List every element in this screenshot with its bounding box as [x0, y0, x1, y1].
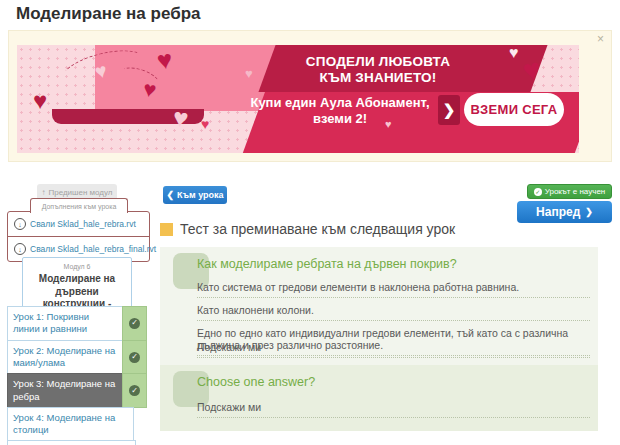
lesson-list: Урок 1: Покривни линии и равнини ✓ Урок … [7, 307, 148, 445]
close-icon[interactable]: × [597, 33, 604, 45]
question-block: Как моделираме ребрата на дървен покрив?… [160, 247, 598, 365]
lesson-completed-cell: ✓ [122, 340, 147, 375]
check-icon: ✓ [129, 318, 140, 329]
learned-button-label: Урокът е научен [545, 187, 606, 196]
heart-icon: ♥ [245, 67, 253, 80]
quiz-bullet-icon [160, 223, 173, 236]
lesson-completed-cell: ✓ [122, 306, 147, 341]
download-icon: ↓ [14, 243, 26, 255]
question-text: Как моделираме ребрата на дървен покрив? [197, 257, 457, 271]
chevron-right-icon: ❯ [438, 95, 460, 125]
banner-headline: СПОДЕЛИ ЛЮБОВТА КЪМ ЗНАНИЕТО! [257, 54, 499, 86]
chevron-right-icon: ❯ [585, 207, 593, 217]
lesson-label[interactable]: Урок 4: Моделиране на столици [7, 407, 134, 442]
question-block: Choose one answer? Подскажи ми [160, 365, 598, 431]
prev-module-label: Предишен модул [48, 188, 112, 197]
back-button-label: Към урока [177, 190, 224, 200]
lesson-row[interactable]: Урок 1: Покривни линии и равнини ✓ [7, 306, 147, 341]
lesson-label[interactable]: Урок 3: Моделиране на ребра [7, 373, 123, 408]
downloads-tab: Допълнения към урока [30, 198, 128, 213]
download-link-row[interactable]: ↓ Свали Sklad_hale_rebra.rvt [8, 212, 149, 237]
lesson-label[interactable]: Урок 1: Покривни линии и равнини [7, 306, 123, 341]
download-link[interactable]: Свали Sklad_hale_rebra.rvt [30, 219, 136, 229]
module-number-label: Модул 6 [27, 263, 127, 270]
heart-icon: ♥ [509, 45, 519, 61]
promo-banner-container: × ♥ ♥ ♥ ♥ ♥ ♥ ♥ ♥ ♥ ♥ СПОДЕЛИ ЛЮБОВТА КЪ… [8, 30, 612, 162]
download-link[interactable]: Свали Sklad_hale_rebra_final.rvt [30, 244, 156, 254]
check-icon: ✓ [129, 352, 140, 363]
lesson-row-partial[interactable] [7, 440, 136, 445]
arrow-up-icon: ↑ [41, 188, 45, 197]
chevron-left-icon: ❮ [166, 190, 174, 200]
promo-banner[interactable]: ♥ ♥ ♥ ♥ ♥ ♥ ♥ ♥ ♥ ♥ СПОДЕЛИ ЛЮБОВТА КЪМ … [17, 45, 579, 153]
next-button-label: Напред [536, 205, 580, 219]
hint-row-wrap: Подскажи ми [197, 395, 590, 418]
hint-row-wrap: Подскажи ми [197, 335, 590, 358]
lesson-label[interactable]: Урок 2: Моделиране на маия/улама [7, 340, 123, 375]
quiz-heading: Тест за преминаване към следващия урок [180, 221, 455, 237]
heart-icon: ♥ [201, 117, 209, 131]
answer-option[interactable]: Като наклонени колони. [197, 298, 590, 321]
lesson-learned-button[interactable]: ✓ Урокът е научен [527, 184, 612, 199]
banner-cta-button[interactable]: ВЗЕМИ СЕГА [464, 93, 564, 126]
check-icon: ✓ [534, 188, 542, 196]
lesson-row[interactable]: Урок 2: Моделиране на маия/улама ✓ [7, 340, 147, 375]
next-button[interactable]: Напред ❯ [517, 201, 612, 223]
hint-link[interactable]: Подскажи ми [197, 335, 590, 358]
check-icon: ✓ [129, 385, 140, 396]
download-icon: ↓ [14, 218, 26, 230]
page-title: Моделиране на ребра [16, 4, 201, 24]
question-text: Choose one answer? [197, 375, 315, 389]
downloads-box: ↓ Свали Sklad_hale_rebra.rvt ↓ Свали Skl… [7, 211, 150, 262]
lesson-completed-cell: ✓ [122, 373, 147, 408]
hint-link[interactable]: Подскажи ми [197, 395, 590, 418]
lesson-row[interactable]: Урок 4: Моделиране на столици ✓ [7, 407, 134, 442]
banner-offer-text: Купи един Аула Абонамент, вземи 2! [231, 95, 449, 126]
heart-icon: ♥ [33, 89, 47, 113]
answer-option[interactable]: Като система от гредови елементи в накло… [197, 275, 590, 298]
quiz-heading-row: Тест за преминаване към следващия урок [160, 221, 455, 237]
heart-icon: ♥ [171, 104, 190, 132]
lesson-row[interactable]: Урок 3: Моделиране на ребра ✓ [7, 373, 147, 408]
back-to-lesson-button[interactable]: ❮ Към урока [163, 186, 227, 204]
